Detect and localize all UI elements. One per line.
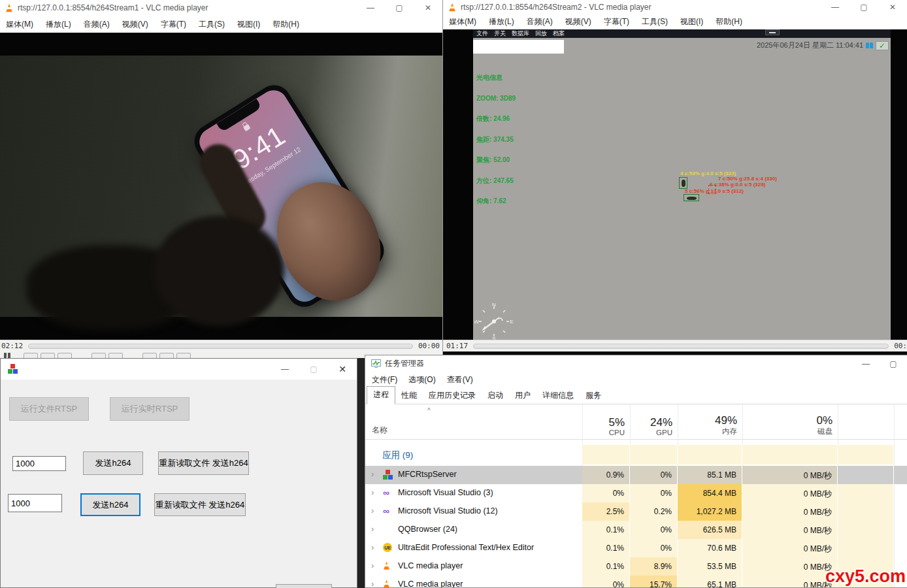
send-h264-button-2[interactable]: 发送h264 [80,493,140,516]
maximize-button[interactable]: ▢ [880,356,907,372]
menu-video[interactable]: 视频(V) [565,16,591,27]
pause-icon[interactable] [4,353,10,358]
titlebar[interactable]: rtsp://127.0.0.1:8554/h264Stream2 - VLC … [443,0,907,14]
vlc-cone-icon [5,4,13,12]
expand-chevron-icon[interactable]: › [371,579,374,587]
detection-label: 6 c:38% g:0.0 s:5 (329) [710,182,765,188]
column-memory[interactable]: 49%内存 [678,414,742,436]
tab-performance[interactable]: 性能 [395,387,423,404]
osd-menu-playback: 回放 [535,29,547,38]
bitrate-input-2[interactable] [8,494,62,512]
process-row-visual-studio-3[interactable]: › ∞ Microsoft Visual Studio (3) 0% 0% 85… [365,484,907,502]
time-elapsed: 01:17 [446,342,468,350]
menu-subtitle[interactable]: 字幕(T) [161,19,186,30]
menu-playback[interactable]: 播放(L) [489,16,514,27]
vlc-control-button[interactable] [108,353,123,358]
vlc-control-button[interactable] [24,353,38,358]
minimize-button[interactable]: — [821,0,849,15]
menu-view[interactable]: 查看(V) [447,374,473,385]
reread-send-h264-button-2[interactable]: 重新读取文件 发送h264 [154,493,246,516]
titlebar[interactable]: — ▢ ✕ [1,359,357,380]
expand-chevron-icon[interactable]: › [371,524,374,534]
tab-users[interactable]: 用户 [509,387,536,404]
titlebar[interactable]: rtsp://127.0.0.1:8554/h264Stream1 - VLC … [0,0,442,16]
telemetry-focal: 焦距: 374.35 [476,137,516,144]
close-button[interactable]: ✕ [414,0,442,16]
menu-subtitle[interactable]: 字幕(T) [604,16,629,27]
video-area-stream2: 文件 开关 数据库 回放 档案 2025年06月24日 星期二 11:04:41… [443,29,907,340]
expand-chevron-icon[interactable]: › [371,469,374,479]
menu-tools[interactable]: 工具(S) [642,16,668,27]
process-row-visual-studio-12[interactable]: › ∞ Microsoft Visual Studio (12) 2.5% 0.… [365,502,907,521]
menu-help[interactable]: 帮助(H) [272,19,299,30]
vlc-control-button[interactable] [91,353,106,358]
expand-chevron-icon[interactable]: › [371,487,374,497]
telemetry-block: 光电信息 ZOOM: 3D89 倍数: 24.96 焦距: 374.35 聚焦:… [476,61,516,219]
visual-studio-icon: ∞ [383,488,389,497]
menu-help[interactable]: 帮助(H) [716,16,742,27]
visual-studio-icon: ∞ [383,506,389,515]
minimize-button[interactable]: — [356,0,385,16]
seek-bar[interactable] [473,344,889,349]
maximize-button[interactable]: ▢ [299,361,328,377]
time-elapsed: 02:12 [1,342,23,350]
osd-menu-switch: 开关 [494,29,506,38]
vlc-control-button[interactable] [41,353,55,358]
expand-chevron-icon[interactable]: › [371,561,374,570]
send-h264-button-1[interactable]: 发送h264 [83,451,143,475]
menu-media[interactable]: 媒体(M) [449,16,476,27]
menu-tools[interactable]: 工具(S) [199,19,225,30]
close-button[interactable]: ✕ [328,361,357,377]
osd-menu-database: 数据库 [512,29,529,38]
menu-video[interactable]: 视频(V) [122,19,148,30]
menu-view[interactable]: 视图(I) [680,16,703,27]
process-row-qqbrowser[interactable]: › QQBrowser (24) 0.1% 0% 626.5 MB 0 MB/秒 [365,521,907,539]
run-file-rtsp-button[interactable]: 运行文件RTSP [9,397,89,421]
menu-media[interactable]: 媒体(M) [6,19,33,30]
vlc-control-button[interactable] [176,353,191,358]
tab-services[interactable]: 服务 [580,387,607,404]
titlebar[interactable]: 任务管理器 — ▢ [365,355,907,372]
maximize-button[interactable]: ▢ [385,0,414,16]
seek-bar[interactable] [28,344,413,349]
osd-white-box [473,40,564,54]
tab-startup[interactable]: 启动 [482,387,509,404]
maximize-button[interactable]: ▢ [849,0,878,15]
partial-button[interactable] [276,584,332,588]
run-live-rtsp-button[interactable]: 运行实时RTSP [110,397,190,421]
menu-view[interactable]: 视图(I) [237,19,260,30]
ultraedit-icon [383,543,392,552]
column-gpu[interactable]: 24%GPU [630,416,678,436]
tab-details[interactable]: 详细信息 [536,387,580,404]
tab-app-history[interactable]: 应用历史记录 [423,387,482,404]
bitrate-input-1[interactable] [12,456,66,471]
menubar: 文件(F) 选项(O) 查看(V) [365,372,907,388]
process-list: ^ 名称 5%CPU 24%GPU 49%内存 0%磁盘 应用 (9) [365,404,907,587]
tab-processes[interactable]: 进程 [367,386,395,404]
osd-datetime-row: 2025年06月24日 星期二 11:04:41 ✓ [757,41,889,50]
close-button[interactable]: ✕ [878,0,907,15]
minimize-button[interactable]: — [852,356,880,372]
vlc-control-button[interactable] [159,353,174,358]
column-cpu[interactable]: 5%CPU [582,416,630,436]
menu-file[interactable]: 文件(F) [372,374,397,385]
reread-send-h264-button-1[interactable]: 重新读取文件 发送h264 [158,451,249,475]
menu-playback[interactable]: 播放(L) [46,19,71,30]
column-name[interactable]: 名称 [372,425,388,436]
menu-audio[interactable]: 音频(A) [527,16,553,27]
menu-audio[interactable]: 音频(A) [84,19,110,30]
mfc-app-icon [383,470,393,480]
minimize-button[interactable]: — [271,361,299,377]
vlc-control-button[interactable] [58,353,72,358]
vlc-control-button[interactable] [142,353,157,358]
process-row-ultraedit[interactable]: › UltraEdit Professional Text/Hex Editor… [365,539,907,557]
desktop: rtsp://127.0.0.1:8554/h264Stream1 - VLC … [0,0,907,588]
menu-options[interactable]: 选项(O) [408,374,435,385]
bird-silhouette [682,180,685,187]
group-header-apps[interactable]: 应用 (9) [365,445,907,465]
process-row-mfcrtspserver[interactable]: › MFCRtspServer 0.9% 0% 85.1 MB 0 MB/秒 [365,466,907,484]
expand-chevron-icon[interactable]: › [371,506,374,515]
expand-chevron-icon[interactable]: › [371,542,374,552]
tab-bar: 进程 性能 应用历史记录 启动 用户 详细信息 服务 [365,388,907,404]
column-disk[interactable]: 0%磁盘 [742,414,838,436]
